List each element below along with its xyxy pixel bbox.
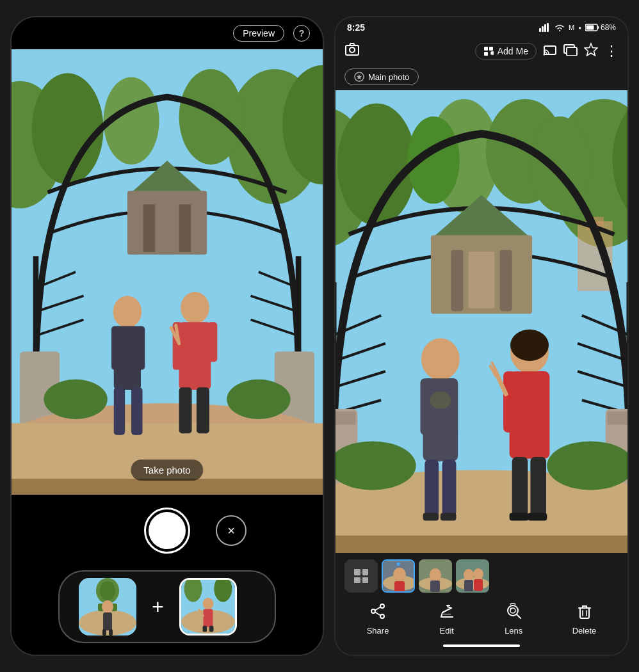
- svg-point-138: [393, 568, 406, 582]
- left-top-bar: Preview ?: [12, 17, 323, 49]
- main-photo-star-icon: [354, 72, 364, 82]
- svg-rect-69: [489, 47, 493, 51]
- svg-rect-112: [336, 536, 627, 553]
- camera-controls: ×: [12, 495, 323, 564]
- shutter-inner: [149, 512, 186, 549]
- main-photo-bar: Main photo: [336, 65, 627, 90]
- delete-label: Delete: [572, 626, 597, 636]
- svg-point-152: [371, 609, 375, 613]
- svg-rect-127: [503, 371, 515, 432]
- more-icon-label: ⋮: [604, 43, 619, 59]
- svg-rect-70: [484, 52, 488, 56]
- svg-point-6: [179, 69, 243, 164]
- thumbnails-row: [342, 559, 621, 598]
- delete-icon: [576, 603, 593, 623]
- svg-point-75: [544, 53, 546, 55]
- svg-rect-108: [500, 250, 512, 311]
- help-icon-button[interactable]: ?: [293, 25, 310, 42]
- svg-rect-34: [179, 322, 211, 390]
- svg-point-25: [44, 380, 107, 419]
- svg-point-115: [421, 338, 460, 380]
- svg-point-67: [350, 47, 355, 52]
- strip-plus: +: [152, 595, 164, 619]
- add-me-button[interactable]: Add Me: [475, 43, 537, 60]
- svg-line-164: [517, 614, 521, 618]
- svg-rect-165: [580, 608, 589, 618]
- svg-rect-59: [539, 28, 541, 32]
- more-icon-button[interactable]: ⋮: [604, 43, 619, 60]
- edit-icon: [439, 603, 455, 623]
- svg-point-119: [430, 392, 451, 409]
- svg-rect-132: [512, 457, 528, 516]
- svg-rect-103: [336, 412, 356, 424]
- svg-rect-35: [179, 387, 192, 433]
- svg-rect-120: [425, 460, 439, 516]
- battery-indicator: 68%: [585, 23, 616, 32]
- left-phone: Preview ?: [10, 16, 324, 656]
- svg-point-146: [464, 569, 474, 580]
- svg-rect-123: [441, 513, 457, 520]
- svg-rect-55: [203, 609, 213, 627]
- strip-thumb-2[interactable]: [179, 578, 237, 636]
- svg-line-156: [442, 608, 451, 612]
- preview-button[interactable]: Preview: [233, 25, 284, 42]
- photo-display: [336, 90, 627, 553]
- add-me-label: Add Me: [497, 46, 528, 56]
- svg-rect-47: [103, 612, 112, 630]
- edit-label: Edit: [440, 626, 454, 636]
- action-bar: Share Edit: [342, 598, 621, 642]
- svg-rect-147: [464, 580, 473, 591]
- shutter-button[interactable]: [144, 508, 190, 554]
- svg-rect-48: [102, 629, 106, 636]
- svg-point-148: [473, 568, 483, 580]
- svg-rect-143: [430, 580, 440, 592]
- svg-rect-134: [510, 513, 529, 520]
- svg-point-27: [113, 296, 142, 328]
- svg-line-154: [375, 612, 380, 616]
- thumbnail-2[interactable]: [419, 559, 452, 593]
- share-icon: [369, 603, 386, 623]
- svg-rect-57: [209, 626, 214, 632]
- svg-rect-60: [542, 26, 544, 32]
- grid-view-button[interactable]: [344, 559, 378, 593]
- star-icon-button[interactable]: [584, 42, 598, 60]
- delete-button[interactable]: Delete: [572, 603, 597, 636]
- share-button[interactable]: Share: [367, 603, 389, 636]
- svg-rect-139: [394, 581, 405, 593]
- gallery-icon-button[interactable]: [563, 43, 578, 60]
- svg-rect-160: [443, 614, 451, 614]
- cast-icon-button[interactable]: [543, 44, 557, 60]
- svg-rect-104: [607, 412, 627, 424]
- svg-rect-56: [202, 626, 207, 632]
- battery-text: 68%: [601, 23, 616, 32]
- gmail-icon: M: [569, 24, 574, 31]
- svg-rect-31: [111, 326, 121, 370]
- thumbnail-1[interactable]: [382, 559, 415, 593]
- svg-point-125: [510, 330, 549, 361]
- main-photo-badge[interactable]: Main photo: [344, 68, 419, 85]
- svg-rect-77: [567, 47, 577, 56]
- svg-point-150: [380, 604, 384, 608]
- take-photo-label: Take photo: [131, 460, 203, 481]
- wifi-icon: [554, 23, 565, 32]
- right-phone: 8:25 M ●: [334, 16, 629, 656]
- svg-point-26: [227, 380, 290, 419]
- thumbnail-3[interactable]: [456, 559, 489, 593]
- add-me-icon: [483, 46, 494, 56]
- status-time: 8:25: [347, 22, 365, 33]
- svg-rect-24: [12, 479, 323, 495]
- camera-icon-button[interactable]: [344, 42, 360, 61]
- lens-button[interactable]: Lens: [505, 603, 522, 636]
- svg-point-151: [380, 614, 384, 618]
- svg-rect-128: [537, 371, 549, 424]
- svg-rect-122: [423, 513, 439, 520]
- svg-rect-133: [530, 457, 546, 516]
- svg-point-44: [100, 581, 115, 600]
- svg-point-46: [102, 600, 113, 613]
- edit-button[interactable]: Edit: [439, 603, 455, 636]
- svg-rect-30: [131, 387, 142, 435]
- cancel-button[interactable]: ×: [216, 515, 247, 546]
- svg-point-33: [181, 292, 209, 324]
- photo-strip-pill: +: [58, 570, 276, 643]
- strip-thumb-1[interactable]: [79, 578, 136, 636]
